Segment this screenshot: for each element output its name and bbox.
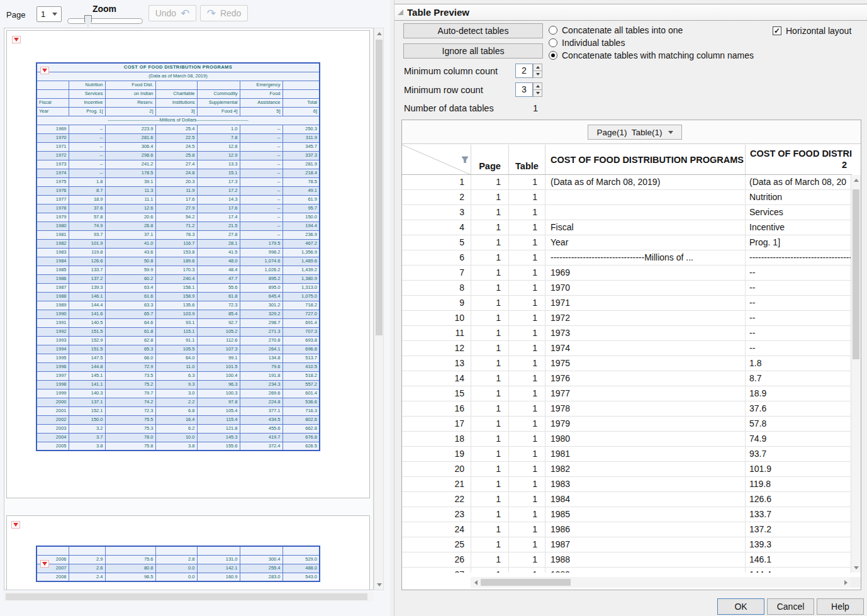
help-button[interactable]: Help (817, 598, 864, 615)
pdf-cell: Emergency (240, 81, 282, 89)
radio-concatenate-matching[interactable]: Concatenate tables with matching column … (549, 50, 754, 60)
grid-vertical-scrollbar[interactable] (851, 175, 861, 573)
table-row[interactable]: 131119751.8 (402, 356, 852, 371)
filter-icon[interactable] (461, 156, 469, 164)
table-row[interactable]: 23111985133.7 (402, 507, 852, 522)
table-row[interactable]: 1911198193.7 (402, 447, 852, 462)
scroll-down-icon[interactable] (851, 563, 861, 573)
table-selector-dropdown[interactable]: Page(1) Table(1) (588, 125, 682, 140)
page-select[interactable]: 1 (36, 6, 62, 22)
grid-horizontal-scrollbar[interactable] (471, 577, 851, 588)
table-row[interactable]: 611--------------------------------Milli… (402, 250, 852, 266)
radio-button-selected-icon[interactable] (549, 51, 557, 60)
table-row[interactable]: 511YearProg. 1] (402, 235, 852, 250)
preview-vertical-scrollbar[interactable] (374, 28, 384, 590)
auto-detect-tables-button[interactable]: Auto-detect tables (403, 23, 543, 38)
table-row[interactable]: 211Nutrition (402, 190, 852, 205)
column-header-col2[interactable]: COST OF FOOD DISTRI 2 (746, 145, 852, 174)
cell-col1: 1973 (545, 326, 746, 341)
table-row[interactable]: 1711197957.8 (402, 417, 852, 432)
pdf-cell: 153.8 (155, 248, 197, 257)
undo-button[interactable]: Undo ↶ (148, 5, 196, 21)
detected-table-page2[interactable]: 20062.975.62.8131.0300.4529.020072.680.8… (36, 546, 320, 582)
cell-col1: 1983 (545, 477, 746, 492)
cell-col2: --------------------------------------- (746, 250, 852, 266)
pdf-cell: 48.0 (197, 257, 240, 266)
zoom-slider[interactable] (67, 18, 143, 24)
table-row[interactable]: 9111971-- (402, 296, 852, 311)
table-marker-icon[interactable] (40, 560, 49, 568)
ok-button[interactable]: OK (717, 598, 764, 615)
pdf-cell: 311.9 (282, 133, 320, 142)
detected-table-page1[interactable]: COST OF FOOD DISTRIBUTION PROGRAMS(Data … (36, 62, 320, 451)
pdf-preview-viewport[interactable]: COST OF FOOD DISTRIBUTION PROGRAMS(Data … (4, 28, 374, 590)
radio-button-icon[interactable] (549, 26, 557, 35)
pdf-cell: 2005 (36, 442, 69, 451)
min-row-value[interactable]: 3 (515, 82, 533, 97)
min-col-spinner[interactable]: 2 (515, 64, 543, 78)
pdf-cell: 17.3 (197, 177, 240, 186)
scrollbar-thumb[interactable] (481, 579, 571, 586)
scrollbar-thumb[interactable] (853, 189, 859, 359)
row-number: 6 (402, 250, 471, 266)
table-row[interactable]: 141119768.7 (402, 371, 852, 386)
corner-cell[interactable] (402, 145, 471, 174)
collapse-triangle-icon[interactable] (398, 9, 403, 15)
checkbox-horizontal-layout[interactable]: ✓ Horizontal layout (773, 26, 851, 36)
column-header-page[interactable]: Page (471, 145, 509, 174)
table-row[interactable]: 10111972-- (402, 311, 852, 326)
pdf-cell: 410.5 (282, 362, 320, 371)
table-marker-icon[interactable] (11, 521, 20, 529)
cancel-button[interactable]: Cancel (767, 598, 814, 615)
scroll-up-icon[interactable] (851, 175, 861, 185)
scroll-right-icon[interactable] (841, 577, 851, 588)
redo-button[interactable]: ↷ Redo (200, 5, 248, 21)
table-row[interactable]: 11111973-- (402, 326, 852, 341)
table-row[interactable]: 1811198074.9 (402, 432, 852, 447)
pdf-cell: Incentive (69, 98, 105, 107)
scroll-down-icon[interactable] (374, 580, 384, 590)
table-marker-icon[interactable] (40, 67, 49, 74)
panel-header[interactable]: Table Preview (394, 4, 867, 21)
table-row[interactable]: 411FiscalIncentive (402, 220, 852, 235)
column-header-col1[interactable]: COST OF FOOD DISTRIBUTION PROGRAMS (545, 145, 746, 174)
table-row[interactable]: 24111986137.2 (402, 522, 852, 537)
table-row[interactable]: 27111989144.4 (402, 568, 852, 573)
table-row[interactable]: 25111987139.3 (402, 537, 852, 552)
table-row[interactable]: 22111984126.6 (402, 492, 852, 507)
column-header-table[interactable]: Table (509, 145, 545, 174)
table-row[interactable]: 26111988146.1 (402, 552, 852, 568)
scroll-up-icon[interactable] (374, 28, 384, 38)
table-row[interactable]: 1611197837.6 (402, 401, 852, 417)
table-row[interactable]: 111(Data as of March 08, 2019)(Data as o… (402, 175, 852, 190)
min-row-spinner[interactable]: 3 (515, 82, 543, 97)
cell-table: 1 (509, 462, 545, 477)
preview-horizontal-scrollbar[interactable] (4, 592, 374, 602)
spinner-down-button[interactable] (533, 70, 542, 78)
pdf-cell: 271.3 (240, 327, 282, 336)
radio-individual-tables[interactable]: Individual tables (549, 38, 625, 48)
scrollbar-thumb[interactable] (6, 593, 367, 600)
table-row[interactable]: 311Services (402, 205, 852, 220)
spinner-down-button[interactable] (533, 89, 542, 97)
pdf-cell: Fiscal (36, 98, 69, 107)
scroll-left-icon[interactable] (471, 577, 481, 588)
table-row[interactable]: 12111974-- (402, 341, 852, 356)
ignore-all-tables-button[interactable]: Ignore all tables (403, 43, 543, 59)
pdf-cell: -- (240, 213, 282, 221)
table-row[interactable]: 20111982101.9 (402, 462, 852, 477)
table-row[interactable]: 8111970-- (402, 281, 852, 296)
zoom-slider-thumb[interactable] (84, 15, 92, 26)
table-row[interactable]: 1511197718.9 (402, 386, 852, 401)
cell-table: 1 (509, 477, 545, 492)
min-col-value[interactable]: 2 (515, 64, 533, 78)
checkbox-icon[interactable]: ✓ (773, 26, 781, 35)
table-row[interactable]: 21111983119.8 (402, 477, 852, 492)
radio-concatenate-all[interactable]: Concatenate all tables into one (549, 25, 683, 35)
scrollbar-thumb[interactable] (376, 40, 383, 335)
pdf-cell: 696.8 (282, 345, 320, 354)
table-marker-icon[interactable] (12, 36, 21, 43)
table-row[interactable]: 7111969-- (402, 266, 852, 281)
pdf-cell: -- (240, 160, 282, 169)
radio-button-icon[interactable] (549, 38, 557, 47)
